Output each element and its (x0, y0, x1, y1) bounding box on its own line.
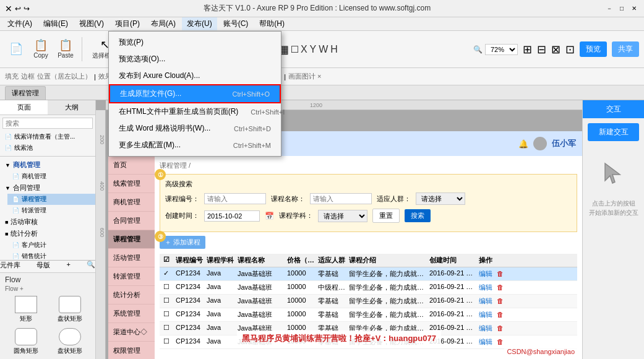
new-interact-btn[interactable]: 新建交互 (588, 123, 639, 141)
crm-nav-rights[interactable]: 权限管理 (108, 342, 155, 359)
crm-nav-contract[interactable]: 合同管理 (108, 212, 155, 230)
tree-item-activity[interactable]: ■ 活动审核 (0, 216, 95, 228)
border-btn[interactable]: □ (291, 43, 298, 56)
row2-edit-btn[interactable]: 编辑 (479, 283, 492, 291)
row1-delete-btn[interactable]: 🗑 (497, 270, 504, 277)
menu-file[interactable]: 文件(A) (2, 17, 37, 30)
row1-check[interactable]: ✓ (162, 269, 174, 279)
row1-time: 2016-09-21 08:50:08 (428, 269, 478, 279)
crm-nav-merchant[interactable]: 商机管理 (108, 193, 155, 212)
row2-delete-btn[interactable]: 🗑 (497, 283, 504, 291)
tree-item-course-mgmt[interactable]: 📄 课程管理 (7, 194, 95, 205)
tree-item-query[interactable]: 📄 线索详情查看（主管... (0, 131, 95, 142)
crm-nav-home[interactable]: 首页 (108, 156, 155, 175)
toolbar-icon-3[interactable]: ⊠ (551, 43, 560, 56)
menu-account[interactable]: 账号(C) (218, 17, 254, 30)
menu-layout[interactable]: 布局(A) (146, 17, 181, 30)
toolbar-icon-1[interactable]: ⊞ (523, 43, 532, 56)
row4-delete-btn[interactable]: 🗑 (497, 311, 504, 318)
crm-nav-channel[interactable]: 渠道中心◇ (108, 323, 155, 342)
toolbar-icon-2[interactable]: ⊟ (537, 43, 546, 56)
redo-btn[interactable]: ↪ (24, 4, 30, 13)
tree-item-stats-mgmt[interactable]: ■ 统计分析 (0, 228, 95, 240)
course-code-input[interactable] (204, 193, 266, 204)
close-btn[interactable]: ✕ (629, 4, 639, 14)
tree-icon-transfer: 📄 (12, 207, 19, 214)
row1-edit-btn[interactable]: 编辑 (479, 270, 492, 277)
row3-edit-btn[interactable]: 编辑 (479, 297, 492, 305)
tree-item-pool[interactable]: 📄 线索池 (0, 142, 95, 154)
tab-outline[interactable]: 大纲 (48, 100, 95, 115)
row6-edit-btn[interactable]: 编辑 (479, 338, 492, 345)
course-type-select[interactable]: 请选择 (318, 210, 367, 222)
row5-edit-btn[interactable]: 编辑 (479, 324, 492, 332)
audience-select[interactable]: 请选择 (416, 192, 465, 205)
share-btn[interactable]: 共享 (612, 41, 639, 57)
menu-publish[interactable]: 发布(U) (182, 17, 217, 30)
create-time-input[interactable] (204, 210, 260, 222)
copy-btn[interactable]: 📋 Copy (30, 37, 52, 61)
menu-help[interactable]: 帮助(H) (254, 17, 290, 30)
crm-nav-activity[interactable]: 活动管理 (108, 249, 155, 267)
maximize-btn[interactable]: □ (617, 4, 627, 14)
tree-item-contract-mgmt[interactable]: ▼ 合同管理 (0, 182, 95, 194)
menu-more-generate[interactable]: 更多生成配置(M)... Ctrl+Shift+M (109, 137, 281, 154)
tree-item-sales-stat[interactable]: 📄 销售统计 (7, 251, 95, 260)
add-course-btn[interactable]: ＋ 添加课程 (160, 236, 205, 249)
minimize-btn[interactable]: － (604, 4, 614, 14)
row3-delete-btn[interactable]: 🗑 (497, 297, 504, 305)
flow-round-item[interactable]: 盘状矩形 (49, 295, 90, 324)
row5-delete-btn[interactable]: 🗑 (497, 324, 504, 332)
undo-btn[interactable]: ↩ (15, 4, 21, 13)
new-file-icon: 📄 (9, 43, 23, 54)
calendar-icon[interactable]: 📅 (265, 212, 274, 220)
sep7: | (284, 73, 286, 80)
tree-item-merchant[interactable]: 📄 商机管理 (7, 171, 95, 182)
tree-item-transfer[interactable]: 📄 转派管理 (7, 205, 95, 216)
menu-bar: 文件(A) 编辑(E) 视图(V) 项目(P) 布局(A) 发布(U) 账号(C… (0, 17, 644, 31)
tree-item-merchant-mgmt[interactable]: ▼ 商机管理 (0, 159, 95, 171)
menu-generate-html[interactable]: 生成原型文件(G)... Ctrl+Shift+O (109, 84, 281, 103)
reset-btn[interactable]: 重置 (372, 209, 400, 223)
zoom-control: 🔍 72% (473, 44, 518, 55)
menu-refresh-html[interactable]: 在HTML文件中重新生成当前页面(R) Ctrl+Shift+I (109, 103, 281, 120)
menu-preview[interactable]: 预览(P) (109, 34, 281, 51)
add-element-btn[interactable]: + (66, 261, 70, 270)
flow-rect-item[interactable]: 矩形 (5, 295, 46, 324)
menu-edit[interactable]: 编辑(E) (38, 17, 73, 30)
toolbar-icon-group: ▦ □ X Y W H (278, 43, 463, 56)
menu-preview-opts[interactable]: 预览选项(O)... (109, 51, 281, 67)
paste-btn[interactable]: 📋 Paste (54, 37, 77, 61)
row4-edit-btn[interactable]: 编辑 (479, 311, 492, 318)
text-h-label: H (330, 44, 338, 55)
tab-pages[interactable]: 页面 (0, 100, 48, 115)
table-row: ✓ CP1234 Java Java基础班 10000 零基础 留学生必备，能力… (160, 267, 577, 281)
tree-icon-merchant: 📄 (12, 173, 19, 180)
row2-check[interactable]: ☐ (162, 283, 174, 292)
file-toolbar-group: 📄 📋 Copy 📋 Paste (5, 37, 82, 61)
flow-roundrect-item[interactable]: 圆角矩形 (5, 327, 46, 357)
search-element-btn[interactable]: 🔍 (87, 261, 95, 270)
course-name-input[interactable] (310, 193, 372, 204)
flow-stadium-item[interactable]: 盘状矩形 (49, 327, 90, 357)
search-btn[interactable]: 搜索 (405, 209, 431, 222)
tab-course-mgmt[interactable]: 课程管理 (5, 86, 46, 100)
preview-btn[interactable]: 预览 (580, 41, 607, 57)
tree-item-customer-stat[interactable]: 📄 客户统计 (7, 240, 95, 251)
search-icon: 🔍 (473, 45, 483, 54)
crm-nav-stats[interactable]: 统计分析 (108, 286, 155, 305)
sidebar-search-input[interactable] (2, 118, 93, 129)
menu-generate-word[interactable]: 生成 Word 规格说明书(W)... Ctrl+Shift+D (109, 120, 281, 137)
right-tab-interact[interactable]: 交互 (583, 100, 644, 118)
crm-nav-course[interactable]: 课程管理 (108, 230, 155, 249)
toolbar-icon-4[interactable]: ⊡ (565, 43, 575, 56)
menu-publish-cloud[interactable]: 发布到 Axure Cloud(A)... (109, 67, 281, 84)
new-file-btn[interactable]: 📄 (5, 41, 27, 58)
menu-view[interactable]: 视图(V) (74, 17, 109, 30)
zoom-select[interactable]: 72% (485, 44, 518, 55)
crm-nav-clue[interactable]: 线索管理 (108, 175, 155, 193)
row6-delete-btn[interactable]: 🗑 (497, 338, 504, 345)
menu-project[interactable]: 项目(P) (110, 17, 145, 30)
crm-nav-transfer[interactable]: 转派管理 (108, 267, 155, 286)
crm-nav-system[interactable]: 系统管理 (108, 305, 155, 323)
